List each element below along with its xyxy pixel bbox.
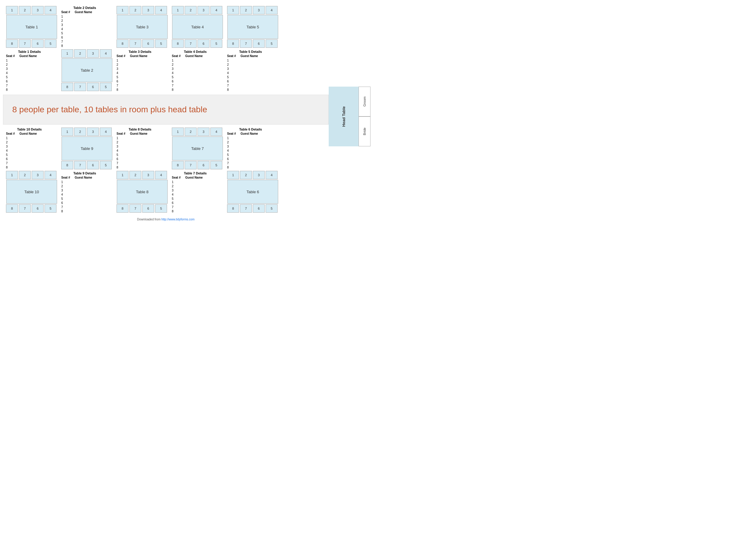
detail-row: 3 <box>117 66 163 71</box>
table4-block: 1 2 3 4 Table 4 8 7 6 5 <box>172 6 225 92</box>
detail-row: 4 <box>117 149 163 153</box>
table2-details-title: Table 2 Details <box>61 6 108 9</box>
table3-bottom-seats: 8 7 6 5 <box>117 39 168 48</box>
detail-row: 2 <box>227 62 274 66</box>
seat-box: 3 <box>253 6 265 14</box>
name-col-header: Guest Name <box>75 176 92 179</box>
name-col-header: Guest Name <box>130 54 147 58</box>
table9-bottom-seats: 8 7 6 5 <box>61 161 113 169</box>
table5-visual: 1 2 3 4 Table 5 8 7 6 5 <box>227 6 279 48</box>
table6-details-title: Table 6 Details <box>227 128 274 131</box>
detail-row: 3 <box>61 188 108 192</box>
seat-box: 5 <box>100 83 112 91</box>
table6-bottom-seats: 8 7 6 5 <box>227 204 279 213</box>
seat-col-header: Seat # <box>117 54 130 58</box>
seat-box: 3 <box>32 6 44 14</box>
detail-row: 6 <box>61 35 108 39</box>
table1-details-title: Table 1 Details <box>6 50 53 53</box>
seat-col-header: Seat # <box>61 10 75 14</box>
footer-link[interactable]: http://www.tidyforms.com <box>161 218 195 221</box>
table10-bottom-seats: 8 7 6 5 <box>6 204 57 213</box>
detail-row: 4 <box>61 192 108 196</box>
table8-visual: 1 2 3 4 Table 8 8 7 6 5 <box>117 171 168 213</box>
detail-row: 4 <box>172 192 219 196</box>
seat-box: 7 <box>74 83 86 91</box>
detail-row: 2 <box>61 184 108 188</box>
seat-box: 7 <box>240 39 252 48</box>
table7-details: Table 7 Details Seat # Guest Name 1 2 3 … <box>172 171 219 213</box>
table3-details: Table 3 Details Seat # Guest Name 1 2 3 … <box>117 50 163 92</box>
seat-box: 2 <box>19 6 31 14</box>
banner: 8 people per table, 10 tables in room pl… <box>3 95 329 125</box>
table2-main: Table 2 <box>61 58 112 82</box>
table4-visual: 1 2 3 4 Table 4 8 7 6 5 <box>172 6 223 48</box>
detail-row: 3 <box>6 66 53 71</box>
table4-details-title: Table 4 Details <box>172 50 219 53</box>
table4-main: Table 4 <box>172 15 223 39</box>
table8-block: Table 8 Details Seat # Guest Name 1 2 3 … <box>117 128 170 213</box>
detail-row: 6 <box>6 157 53 161</box>
detail-row: 7 <box>227 161 274 165</box>
seat-box: 1 <box>6 171 18 179</box>
seat-box: 2 <box>240 171 252 179</box>
seat-box: 1 <box>172 6 184 14</box>
table10-details: Table 10 Details Seat # Guest Name 1 2 3… <box>6 128 53 169</box>
bride-box: Bride <box>359 116 370 146</box>
left-content: 1 2 3 4 Table 1 8 7 6 5 <box>3 3 329 222</box>
detail-row: 7 <box>61 39 108 44</box>
detail-row: 5 <box>6 153 53 157</box>
seat-box: 4 <box>45 171 56 179</box>
detail-row: 4 <box>227 71 274 75</box>
detail-row: 7 <box>172 205 219 209</box>
seat-box: 2 <box>185 128 197 136</box>
table3-details-title: Table 3 Details <box>117 50 163 53</box>
seat-box: 4 <box>210 128 222 136</box>
detail-row: 7 <box>117 161 163 165</box>
seat-box: 2 <box>129 6 141 14</box>
table5-details-title: Table 5 Details <box>227 50 274 53</box>
bride-label: Bride <box>363 128 366 135</box>
detail-row: 7 <box>6 83 53 87</box>
table9-main: Table 9 <box>61 136 112 160</box>
seat-box: 7 <box>129 204 141 213</box>
table10-details-title: Table 10 Details <box>6 128 53 131</box>
table4-bottom-seats: 8 7 6 5 <box>172 39 223 48</box>
head-table-section: Head Table Groom Bride <box>329 87 374 146</box>
detail-row: 4 <box>117 71 163 75</box>
seat-box: 2 <box>129 171 141 179</box>
seat-box: 5 <box>210 39 222 48</box>
table7-visual: 1 2 3 4 Table 7 8 7 6 5 <box>172 128 223 170</box>
top-tables-section: 1 2 3 4 Table 1 8 7 6 5 <box>3 3 329 95</box>
seat-box: 8 <box>6 39 18 48</box>
name-col-header: Guest Name <box>185 54 203 58</box>
detail-row: 8 <box>61 44 108 48</box>
name-col-header: Guest Name <box>185 176 203 179</box>
seat-box: 4 <box>45 6 56 14</box>
detail-row: 1 <box>61 180 108 184</box>
seat-box: 5 <box>210 161 222 169</box>
table2-details-top: Table 2 Details Seat # Guest Name 1 2 3 … <box>61 6 108 48</box>
seat-box: 8 <box>117 204 128 213</box>
table3-block: 1 2 3 4 Table 3 8 7 6 5 <box>117 6 170 92</box>
seat-box: 7 <box>185 161 197 169</box>
detail-row: 6 <box>227 79 274 83</box>
detail-row: 7 <box>172 83 219 87</box>
seat-box: 5 <box>45 204 56 213</box>
seat-box: 1 <box>117 171 128 179</box>
detail-row: 3 <box>172 188 219 192</box>
detail-row: 5 <box>61 196 108 201</box>
table7-main: Table 7 <box>172 136 223 160</box>
table10-block: Table 10 Details Seat # Guest Name 1 2 3… <box>6 128 59 213</box>
detail-row: 6 <box>172 79 219 83</box>
detail-row: 1 <box>61 14 108 19</box>
table2-visual: 1 2 3 4 Table 2 8 7 6 5 <box>61 49 113 92</box>
table8-details-title: Table 8 Details <box>117 128 163 131</box>
table1-visual: 1 2 3 4 Table 1 8 7 6 5 <box>6 6 57 48</box>
spacer <box>329 3 374 87</box>
table2-details-header: Seat # Guest Name <box>61 10 108 14</box>
groom-label: Groom <box>363 97 366 107</box>
detail-row: 1 <box>227 136 274 140</box>
table10-main: Table 10 <box>6 180 57 204</box>
seat-box: 5 <box>266 204 278 213</box>
detail-row: 7 <box>227 83 274 87</box>
